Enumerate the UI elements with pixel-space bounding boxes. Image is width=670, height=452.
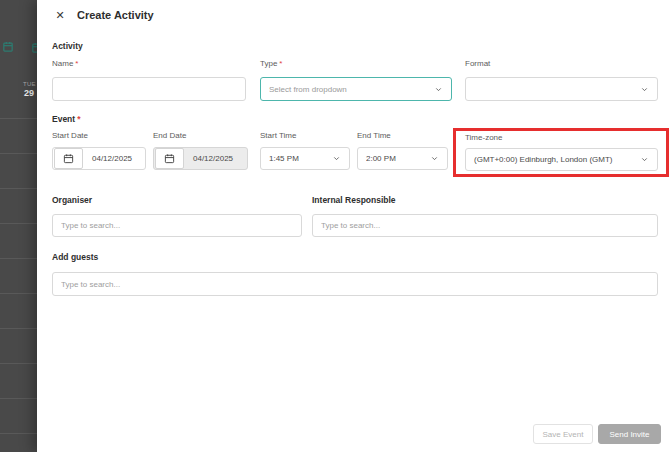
required-asterisk: * <box>77 114 80 124</box>
end-date-value: 04/12/2025 <box>193 154 233 163</box>
end-date-field[interactable]: 04/12/2025 <box>153 147 248 170</box>
organiser-input[interactable] <box>52 214 302 237</box>
required-asterisk: * <box>279 59 282 68</box>
type-select-value: Select from dropdown <box>269 85 347 94</box>
format-label: Format <box>465 59 658 69</box>
start-time-field-group: Start Time 1:45 PM <box>260 131 350 170</box>
organiser-label: Organiser <box>52 195 92 205</box>
timezone-field-group: Time-zone (GMT+0:00) Edinburgh, London (… <box>465 133 658 171</box>
close-icon[interactable]: ✕ <box>53 8 67 22</box>
calendar-icon <box>3 41 13 52</box>
start-date-value: 04/12/2025 <box>92 154 132 163</box>
start-time-label: Start Time <box>260 131 350 141</box>
activity-section-heading: Activity <box>52 41 83 51</box>
name-input[interactable] <box>52 77 246 101</box>
internal-responsible-label: Internal Responsible <box>312 195 396 205</box>
start-date-field[interactable]: 04/12/2025 <box>52 147 146 170</box>
start-time-value: 1:45 PM <box>269 154 299 163</box>
calendar-icon <box>63 153 74 164</box>
type-label: Type* <box>260 59 452 69</box>
end-date-calendar-button[interactable] <box>155 148 184 169</box>
end-time-value: 2:00 PM <box>366 154 396 163</box>
end-time-field-group: End Time 2:00 PM <box>357 131 448 170</box>
page-scrim: TUE 29 <box>0 0 37 452</box>
add-guests-field-group: Add guests <box>52 246 658 296</box>
chevron-down-icon <box>430 154 439 163</box>
start-time-select[interactable]: 1:45 PM <box>260 147 350 170</box>
name-field-group: Name* <box>52 59 246 101</box>
end-date-label: End Date <box>153 131 248 141</box>
start-date-label: Start Date <box>52 131 146 141</box>
modal-title: Create Activity <box>77 9 154 21</box>
end-date-field-group: End Date 04/12/2025 <box>153 131 248 170</box>
end-time-label: End Time <box>357 131 448 141</box>
start-date-calendar-button[interactable] <box>54 148 83 169</box>
calendar-row-lines <box>0 84 37 452</box>
format-select[interactable] <box>465 77 658 101</box>
name-label: Name* <box>52 59 246 69</box>
timezone-select[interactable]: (GMT+0:00) Edinburgh, London (GMT) <box>465 148 658 171</box>
chevron-down-icon <box>640 155 649 164</box>
timezone-label: Time-zone <box>465 133 658 143</box>
type-select[interactable]: Select from dropdown <box>260 77 452 101</box>
timezone-value: (GMT+0:00) Edinburgh, London (GMT) <box>474 155 613 164</box>
end-time-select[interactable]: 2:00 PM <box>357 147 448 170</box>
required-asterisk: * <box>75 59 78 68</box>
internal-responsible-field-group: Internal Responsible <box>312 189 658 237</box>
create-activity-modal: ✕ Create Activity Activity Name* Type* S… <box>37 0 670 452</box>
chevron-down-icon <box>434 85 443 94</box>
format-field-group: Format <box>465 59 658 101</box>
type-field-group: Type* Select from dropdown <box>260 59 452 101</box>
chevron-down-icon <box>332 154 341 163</box>
add-guests-input[interactable] <box>52 272 658 296</box>
organiser-field-group: Organiser <box>52 189 302 237</box>
send-invite-button[interactable]: Send Invite <box>598 424 661 444</box>
event-section-heading: Event* <box>52 114 80 124</box>
chevron-down-icon <box>640 85 649 94</box>
start-date-field-group: Start Date 04/12/2025 <box>52 131 146 170</box>
internal-responsible-input[interactable] <box>312 214 658 237</box>
modal-header: ✕ Create Activity <box>37 0 670 32</box>
add-guests-label: Add guests <box>52 252 98 262</box>
day-number: 29 <box>24 88 34 98</box>
save-event-button[interactable]: Save Event <box>533 424 593 444</box>
weekday-label: TUE <box>23 81 36 87</box>
calendar-icon <box>164 153 175 164</box>
